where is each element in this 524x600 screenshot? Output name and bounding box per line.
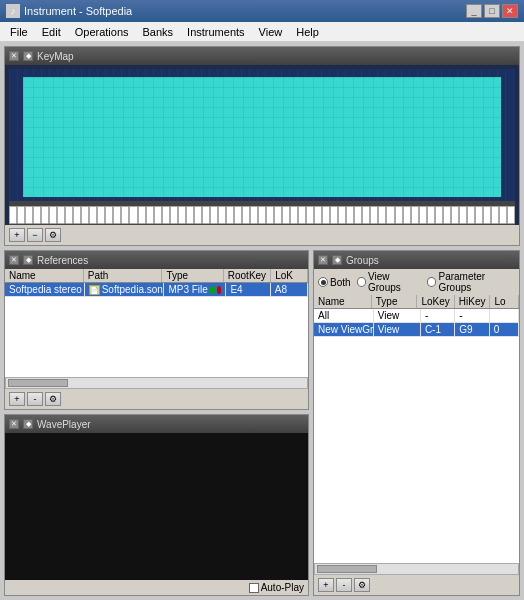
window-controls: _ □ ✕ [466, 4, 518, 18]
keymap-settings-button[interactable]: ⚙ [45, 228, 61, 242]
references-title: References [37, 255, 88, 266]
grp-col-hikey: HiKey [455, 295, 491, 308]
col-lok: LoK [271, 269, 308, 282]
main-content: ✕ ◆ KeyMap [0, 42, 524, 600]
autoplay-checkbox[interactable] [249, 583, 259, 593]
menu-file[interactable]: File [4, 25, 34, 39]
keymap-close-icon[interactable]: ✕ [9, 51, 19, 61]
keymap-add-button[interactable]: + [9, 228, 25, 242]
references-scrollbar[interactable] [5, 377, 308, 389]
groups-close-icon[interactable]: ✕ [318, 255, 328, 265]
group-row-all[interactable]: All View - - [314, 309, 519, 323]
grp-new-lo: 0 [490, 323, 519, 336]
ref-lok: A8 [271, 283, 308, 296]
grp-new-type: View [374, 323, 421, 336]
groups-scrollbar[interactable] [314, 563, 519, 575]
autoplay-checkbox-item: Auto-Play [249, 582, 304, 593]
references-close-icon[interactable]: ✕ [9, 255, 19, 265]
status-red-dot [217, 286, 222, 294]
window-title: Instrument - Softpedia [24, 5, 132, 17]
references-table-header: Name Path Type RootKey LoK [5, 269, 308, 283]
col-type: Type [162, 269, 223, 282]
status-green-dot [210, 286, 215, 294]
grp-col-type: Type [372, 295, 418, 308]
menu-operations[interactable]: Operations [69, 25, 135, 39]
menu-view[interactable]: View [253, 25, 289, 39]
keymap-footer: + − ⚙ [5, 225, 519, 245]
grp-new-lokey: C-1 [421, 323, 455, 336]
waveplayer-footer: Auto-Play [5, 580, 308, 595]
grp-remove-button[interactable]: - [336, 578, 352, 592]
radio-both[interactable]: Both [318, 277, 351, 288]
references-table-body: Softpedia stereo 📄 Softpedia.sonsa... MP… [5, 283, 308, 377]
grp-new-name: New ViewGroup [314, 323, 374, 336]
radio-both-label: Both [330, 277, 351, 288]
ref-path: 📄 Softpedia.sonsa... [85, 283, 165, 296]
app-icon: ♪ [6, 4, 20, 18]
radio-param-circle[interactable] [427, 277, 436, 287]
menu-help[interactable]: Help [290, 25, 325, 39]
menu-edit[interactable]: Edit [36, 25, 67, 39]
minimize-button[interactable]: _ [466, 4, 482, 18]
groups-table-body: All View - - New ViewGroup View C-1 G9 0 [314, 309, 519, 563]
radio-view-groups[interactable]: View Groups [357, 271, 421, 293]
grp-all-hikey: - [455, 309, 489, 322]
group-row-new[interactable]: New ViewGroup View C-1 G9 0 [314, 323, 519, 337]
title-bar-left: ♪ Instrument - Softpedia [6, 4, 132, 18]
col-rootkey: RootKey [224, 269, 271, 282]
keymap-title: KeyMap [37, 51, 74, 62]
menu-instruments[interactable]: Instruments [181, 25, 250, 39]
left-bottom: ✕ ◆ References Name Path Type RootKey Lo… [4, 250, 309, 596]
col-name: Name [5, 269, 84, 282]
grp-all-type: View [374, 309, 421, 322]
radio-param-groups[interactable]: Parameter Groups [427, 271, 515, 293]
wave-display [5, 433, 308, 580]
col-path: Path [84, 269, 163, 282]
grp-settings-button[interactable]: ⚙ [354, 578, 370, 592]
references-panel: ✕ ◆ References Name Path Type RootKey Lo… [4, 250, 309, 410]
radio-both-circle[interactable] [318, 277, 328, 287]
close-button[interactable]: ✕ [502, 4, 518, 18]
groups-title: Groups [346, 255, 379, 266]
radio-param-label: Parameter Groups [438, 271, 515, 293]
ref-add-button[interactable]: + [9, 392, 25, 406]
ref-remove-button[interactable]: - [27, 392, 43, 406]
waveplayer-panel: ✕ ◆ WavePlayer Auto-Play [4, 414, 309, 596]
groups-header: ✕ ◆ Groups [314, 251, 519, 269]
keyboard-strip [9, 201, 515, 225]
keymap-remove-button[interactable]: − [27, 228, 43, 242]
groups-footer: + - ⚙ [314, 575, 519, 595]
references-collapse-icon[interactable]: ◆ [23, 255, 33, 265]
ref-name: Softpedia stereo [5, 283, 85, 296]
grp-col-name: Name [314, 295, 372, 308]
autoplay-label: Auto-Play [261, 582, 304, 593]
radio-view-label: View Groups [368, 271, 421, 293]
menu-bar: File Edit Operations Banks Instruments V… [0, 22, 524, 42]
keymap-collapse-icon[interactable]: ◆ [23, 51, 33, 61]
groups-scrollbar-thumb[interactable] [317, 565, 377, 573]
grp-all-lo [490, 309, 519, 322]
groups-table-header: Name Type LoKey HiKey Lo [314, 295, 519, 309]
references-footer: + - ⚙ [5, 389, 308, 409]
maximize-button[interactable]: □ [484, 4, 500, 18]
ref-type: MP3 File [164, 283, 226, 296]
grp-col-lokey: LoKey [417, 295, 454, 308]
bottom-row: ✕ ◆ References Name Path Type RootKey Lo… [4, 250, 520, 596]
grp-add-button[interactable]: + [318, 578, 334, 592]
keymap-panel: ✕ ◆ KeyMap [4, 46, 520, 246]
waveplayer-header: ✕ ◆ WavePlayer [5, 415, 308, 433]
radio-view-circle[interactable] [357, 277, 366, 287]
waveplayer-collapse-icon[interactable]: ◆ [23, 419, 33, 429]
ref-settings-button[interactable]: ⚙ [45, 392, 61, 406]
keymap-header: ✕ ◆ KeyMap [5, 47, 519, 65]
table-row[interactable]: Softpedia stereo 📄 Softpedia.sonsa... MP… [5, 283, 308, 297]
menu-banks[interactable]: Banks [137, 25, 180, 39]
waveplayer-title: WavePlayer [37, 419, 91, 430]
scrollbar-thumb[interactable] [8, 379, 68, 387]
grp-all-name: All [314, 309, 374, 322]
groups-panel: ✕ ◆ Groups Both View Groups Parameter Gr… [313, 250, 520, 596]
title-bar: ♪ Instrument - Softpedia _ □ ✕ [0, 0, 524, 22]
groups-collapse-icon[interactable]: ◆ [332, 255, 342, 265]
groups-radio-row: Both View Groups Parameter Groups [314, 269, 519, 295]
waveplayer-close-icon[interactable]: ✕ [9, 419, 19, 429]
